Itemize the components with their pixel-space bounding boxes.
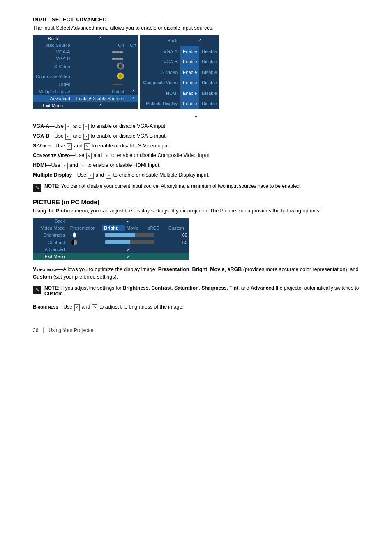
table-row: VGA-B Enable Disable <box>140 57 219 67</box>
table-row: Back ✓ <box>33 35 138 42</box>
table-row: S-Video Enable Disable <box>140 67 219 77</box>
svg-rect-5 <box>113 58 115 59</box>
left-arrow-icon: < <box>62 163 67 169</box>
svg-rect-15 <box>113 84 122 85</box>
hdmi-desc: HDMI—Use < and > to enable or disable HD… <box>33 161 359 169</box>
note-text-2: NOTE: If you adjust the settings for Bri… <box>44 285 359 297</box>
right-arrow-icon: > <box>84 143 90 150</box>
table-row: Multiple Display Enable Disable <box>140 99 219 109</box>
svg-point-13 <box>119 74 122 78</box>
picture-pc-section: PICTURE (in PC Mode) Using the Picture m… <box>33 198 359 311</box>
input-select-title: INPUT SELECT ADVANCED <box>33 16 359 23</box>
input-select-menu-container: Back ✓ Auto Source On Off VGA-A VGA-B <box>33 35 359 109</box>
page-number: 36 <box>33 327 38 333</box>
input-select-desc: The Input Select Advanced menu allows yo… <box>33 25 359 31</box>
scroll-arrow: ▼ <box>33 115 359 119</box>
page-footer: 36 Using Your Projector <box>33 327 359 333</box>
picture-desc: Using the Picture menu, you can adjust t… <box>33 208 359 214</box>
left-arrow-icon: < <box>65 134 71 140</box>
table-row: Advanced ✓ <box>33 246 189 253</box>
table-row: Back ✓ <box>33 218 189 225</box>
picture-title: PICTURE (in PC Mode) <box>33 198 359 205</box>
table-row: Exit Menu ✓ <box>33 102 138 109</box>
footer-divider <box>43 327 44 333</box>
svg-rect-2 <box>117 52 118 53</box>
note-box: ✎ NOTE: You cannot disable your current … <box>33 183 359 192</box>
right-arrow-icon: > <box>92 304 97 311</box>
table-row: VGA-A <box>33 48 138 55</box>
footer-text: Using Your Projector <box>48 327 93 333</box>
svg-point-11 <box>122 65 122 66</box>
table-row: VGA-B <box>33 55 138 62</box>
note-box-2: ✎ NOTE: If you adjust the settings for B… <box>33 285 359 297</box>
svideo-desc: S-Video—Use < and > to enable or disable… <box>33 142 359 150</box>
table-row: Video Mode Presentation Bright Movie sRG… <box>33 225 189 231</box>
svg-line-23 <box>76 233 76 234</box>
svg-rect-6 <box>117 58 118 59</box>
input-select-right-menu: Back ✓ VGA-A Enable Disable VGA-B Enable… <box>140 35 219 109</box>
svg-line-21 <box>72 233 73 234</box>
right-arrow-icon: > <box>106 173 111 179</box>
right-arrow-icon: > <box>80 163 85 169</box>
table-row: Auto Source On Off <box>33 42 138 48</box>
left-arrow-icon: < <box>65 124 71 130</box>
svg-rect-1 <box>113 52 115 53</box>
note-text: NOTE: You cannot disable your current in… <box>44 183 301 189</box>
left-arrow-icon: < <box>67 143 72 150</box>
svg-rect-3 <box>120 52 122 53</box>
svg-point-10 <box>118 65 119 66</box>
table-row: S-Video <box>33 62 138 71</box>
svg-line-22 <box>76 236 76 237</box>
composite-video-desc: Composite Video—Use < and > to enable or… <box>33 152 359 159</box>
table-row: VGA-A Enable Disable <box>140 46 219 56</box>
table-row: Exit Menu ✓ <box>33 253 189 260</box>
contrast-icon <box>71 240 77 245</box>
note-icon-2: ✎ <box>33 286 41 294</box>
left-arrow-icon: < <box>88 173 93 179</box>
left-arrow-icon: < <box>74 304 80 311</box>
svg-line-24 <box>72 236 73 237</box>
picture-menu: Back ✓ Video Mode Presentation Bright Mo… <box>33 218 189 260</box>
right-arrow-icon: > <box>83 134 89 140</box>
left-arrow-icon: < <box>86 153 92 159</box>
video-mode-desc: Video mode—Allows you to optimize the di… <box>33 266 359 281</box>
multiple-display-desc: Multiple Display—Use < and > to enable o… <box>33 171 359 179</box>
table-row: Advanced Enable/Disable Sources ✓ <box>33 95 138 102</box>
brightness-desc: Brightness—Use < and > to adjust the bri… <box>33 303 359 311</box>
right-arrow-icon: > <box>83 124 89 130</box>
right-arrow-icon: > <box>104 153 109 159</box>
input-select-left-menu: Back ✓ Auto Source On Off VGA-A VGA-B <box>33 35 138 109</box>
vga-a-desc: VGA-A—Use < and > to enable or disable V… <box>33 122 359 130</box>
table-row: Multiple Display Select ✓ <box>33 88 138 95</box>
vga-b-desc: VGA-B—Use < and > to enable or disable V… <box>33 132 359 140</box>
table-row: HDMI <box>33 81 138 88</box>
note-icon: ✎ <box>33 184 41 192</box>
table-row: HDMI Enable Disable <box>140 88 219 98</box>
svg-point-9 <box>119 64 122 68</box>
input-select-advanced-section: INPUT SELECT ADVANCED The Input Select A… <box>33 16 359 192</box>
table-row: Brightness 60 <box>33 231 189 239</box>
table-row: Contrast 50 <box>33 239 189 246</box>
table-row: Composite Video Enable Disable <box>140 78 219 88</box>
table-row: Back ✓ <box>140 35 219 46</box>
table-row: Composite Video <box>33 71 138 81</box>
svg-point-16 <box>73 233 76 237</box>
svg-rect-7 <box>120 58 122 59</box>
